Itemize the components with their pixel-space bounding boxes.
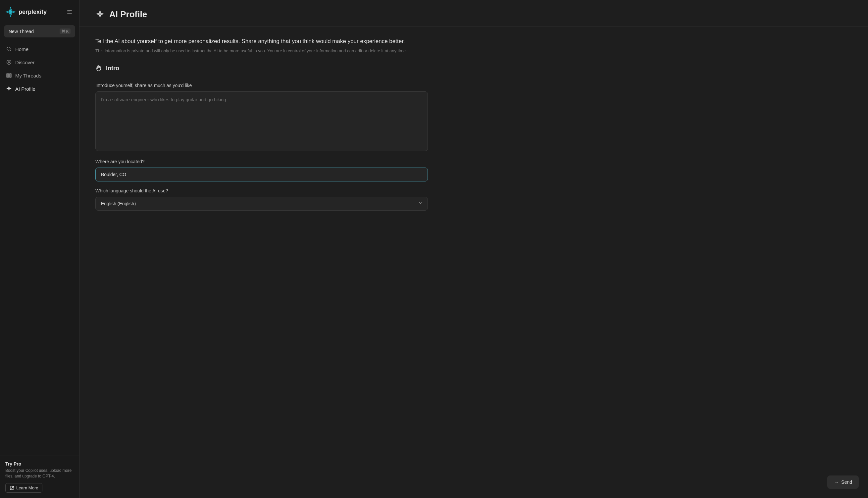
svg-rect-9 — [9, 74, 10, 78]
spacer — [95, 211, 428, 237]
send-arrow-icon: → — [834, 480, 839, 485]
location-field-label: Where are you located? — [95, 159, 428, 164]
collapse-icon — [67, 9, 73, 15]
page-header: AI Profile — [79, 0, 868, 26]
sidebar-item-home[interactable]: Home — [3, 43, 77, 55]
page-title: AI Profile — [109, 9, 147, 19]
ai-profile-nav-icon — [6, 86, 12, 92]
location-input[interactable] — [95, 168, 428, 182]
svg-rect-2 — [67, 13, 72, 14]
threads-icon — [6, 73, 12, 78]
logo-group: perplexity — [5, 6, 47, 17]
new-thread-shortcut: ⌘ K — [60, 28, 70, 34]
new-thread-label: New Thread — [9, 29, 34, 34]
main-content: AI Profile Tell the AI about yourself to… — [79, 0, 868, 498]
try-pro-description: Boost your Copilot uses, upload more fil… — [5, 468, 74, 479]
svg-rect-10 — [10, 74, 11, 78]
intro-field-label: Introduce yourself, share as much as you… — [95, 83, 428, 88]
main-header-description: Tell the AI about yourself to get more p… — [95, 37, 428, 46]
logo-text: perplexity — [18, 9, 47, 16]
new-thread-button[interactable]: New Thread ⌘ K — [4, 25, 75, 37]
perplexity-logo-icon — [5, 6, 16, 17]
ai-profile-header-icon — [95, 10, 105, 19]
sidebar-threads-label: My Threads — [15, 73, 41, 78]
intro-textarea[interactable] — [95, 91, 428, 151]
main-sub-description: This information is private and will onl… — [95, 48, 428, 54]
sidebar-footer: Try Pro Boost your Copilot uses, upload … — [0, 456, 79, 498]
send-button[interactable]: → Send — [827, 475, 859, 489]
intro-section-title: Intro — [106, 65, 119, 72]
svg-rect-1 — [67, 12, 70, 12]
try-pro-title: Try Pro — [5, 461, 74, 467]
sidebar-collapse-button[interactable] — [65, 8, 74, 16]
learn-more-label: Learn More — [16, 485, 38, 490]
search-icon — [6, 46, 12, 52]
learn-more-button[interactable]: Learn More — [5, 483, 42, 493]
external-link-icon — [10, 486, 14, 490]
intro-section-icon — [95, 65, 103, 72]
shortcut-key: K — [66, 29, 68, 34]
sidebar-discover-label: Discover — [15, 60, 35, 65]
sidebar: perplexity New Thread ⌘ K Home — [0, 0, 79, 498]
shortcut-cmd: ⌘ — [62, 29, 65, 34]
svg-point-5 — [8, 62, 10, 63]
sidebar-item-my-threads[interactable]: My Threads — [3, 69, 77, 82]
language-select[interactable]: English (English) Spanish (Español) Fren… — [95, 197, 428, 211]
sidebar-nav: Home Discover My — [0, 43, 79, 95]
intro-section-header: Intro — [95, 65, 428, 76]
send-button-label: Send — [841, 480, 852, 485]
svg-rect-0 — [67, 10, 72, 11]
discover-icon — [6, 59, 12, 65]
sidebar-home-label: Home — [15, 47, 28, 52]
sidebar-ai-profile-label: AI Profile — [15, 86, 36, 92]
language-select-wrapper: English (English) Spanish (Español) Fren… — [95, 197, 428, 211]
sidebar-item-discover[interactable]: Discover — [3, 56, 77, 68]
main-body: Tell the AI about yourself to get more p… — [79, 26, 444, 248]
svg-rect-8 — [6, 74, 8, 78]
sidebar-item-ai-profile[interactable]: AI Profile — [3, 82, 77, 95]
language-field-label: Which language should the AI use? — [95, 188, 428, 193]
sidebar-logo-area: perplexity — [0, 0, 79, 23]
